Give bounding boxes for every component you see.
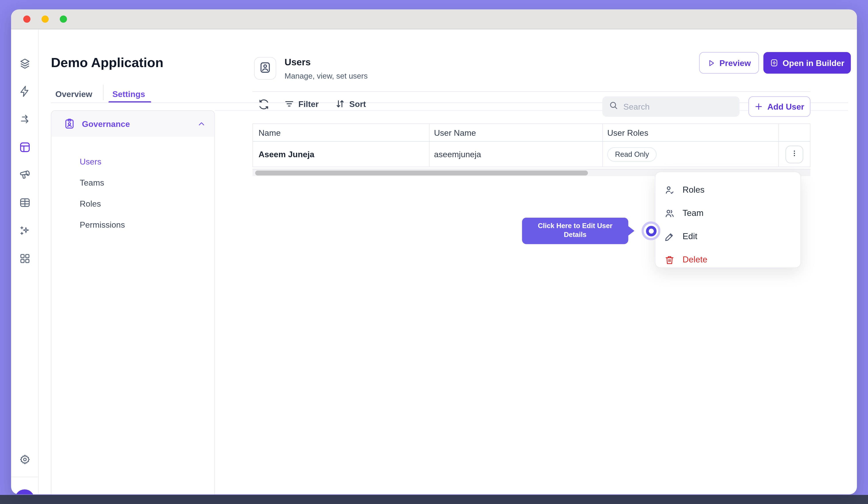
kebab-icon — [790, 148, 799, 160]
governance-header[interactable]: Governance — [52, 111, 214, 137]
settings-gear-icon[interactable] — [19, 453, 31, 466]
coach-target-ring[interactable] — [642, 222, 661, 240]
megaphone-icon[interactable] — [19, 169, 31, 181]
page-title: Demo Application — [51, 55, 163, 70]
trash-icon — [664, 255, 675, 265]
horizontal-scrollbar-thumb[interactable] — [255, 171, 588, 176]
search-icon — [609, 101, 619, 113]
user-avatar[interactable] — [15, 490, 34, 494]
users-table: Name User Name User Roles Aseem Juneja a… — [252, 124, 810, 167]
window-titlebar — [11, 10, 857, 29]
cell-name: Aseem Juneja — [259, 150, 314, 159]
transfer-arrows-icon[interactable] — [19, 113, 31, 125]
users-section-iconbox — [254, 57, 276, 80]
sort-button[interactable]: Sort — [335, 99, 366, 109]
desktop-bottom-band — [0, 495, 868, 504]
sidebar-item-permissions[interactable]: Permissions — [80, 220, 125, 229]
zoom-window-button[interactable] — [60, 16, 67, 23]
menu-item-roles[interactable]: Roles — [664, 181, 792, 199]
sparkles-icon[interactable] — [19, 225, 31, 237]
section-divider — [252, 91, 810, 92]
tab-settings[interactable]: Settings — [113, 85, 145, 103]
column-header-name[interactable]: Name — [253, 124, 430, 141]
table-icon[interactable] — [19, 197, 31, 209]
tab-overview[interactable]: Overview — [55, 85, 92, 103]
column-header-user-name[interactable]: User Name — [430, 124, 603, 141]
users-section-subtitle: Manage, view, set users — [285, 72, 368, 80]
play-icon — [707, 59, 715, 66]
filter-button[interactable]: Filter — [284, 99, 319, 109]
sort-icon — [335, 99, 346, 109]
users-section-title: Users — [285, 57, 311, 68]
menu-item-team[interactable]: Team — [664, 204, 792, 222]
builder-icon — [770, 59, 778, 67]
pencil-icon — [664, 231, 675, 242]
row-actions-menu: Roles Team Edit Delete — [655, 172, 801, 268]
plus-icon — [755, 103, 763, 111]
governance-panel: Governance Users Teams Roles Permissions — [51, 110, 215, 494]
user-check-icon — [664, 185, 675, 195]
open-in-builder-button[interactable]: Open in Builder — [764, 52, 851, 74]
minimize-window-button[interactable] — [42, 16, 49, 23]
desktop: Demo Application Preview Open in Builder… — [0, 0, 868, 504]
preview-button[interactable]: Preview — [699, 52, 759, 74]
id-badge-icon — [64, 118, 75, 130]
search-input[interactable] — [623, 102, 723, 111]
apps-grid-icon[interactable] — [19, 253, 31, 265]
lightning-icon[interactable] — [19, 85, 31, 97]
cell-user-name: aseemjuneja — [434, 150, 481, 159]
rail-divider — [11, 477, 38, 477]
filter-icon — [284, 99, 295, 109]
search-box[interactable] — [602, 96, 740, 117]
column-header-user-roles[interactable]: User Roles — [603, 124, 779, 141]
add-user-button[interactable]: Add User — [748, 96, 810, 117]
refresh-button[interactable] — [258, 99, 270, 110]
role-badge: Read Only — [607, 147, 657, 162]
tab-divider — [103, 85, 104, 100]
coach-target-ring-inner — [646, 226, 656, 236]
user-card-icon — [259, 61, 272, 76]
close-window-button[interactable] — [23, 16, 31, 23]
governance-label: Governance — [82, 119, 191, 128]
row-actions-button[interactable] — [786, 145, 803, 163]
sidebar-item-teams[interactable]: Teams — [80, 178, 104, 187]
coach-tooltip-arrow — [627, 225, 634, 237]
table-row[interactable]: Aseem Juneja aseemjuneja Read Only — [252, 142, 810, 167]
users-icon — [664, 208, 675, 218]
sidebar-item-roles[interactable]: Roles — [80, 199, 101, 208]
layers-icon[interactable] — [19, 58, 31, 70]
table-header-row: Name User Name User Roles — [252, 124, 810, 142]
chevron-up-icon[interactable] — [198, 120, 206, 127]
menu-item-edit[interactable]: Edit — [664, 228, 792, 245]
menu-item-delete[interactable]: Delete — [664, 251, 792, 269]
sidebar-item-users[interactable]: Users — [80, 157, 101, 166]
icon-rail — [11, 29, 39, 494]
layout-icon[interactable] — [19, 141, 31, 153]
coach-tooltip: Click Here to Edit User Details — [522, 218, 628, 244]
app-window: Demo Application Preview Open in Builder… — [11, 10, 857, 494]
refresh-icon — [258, 99, 270, 110]
